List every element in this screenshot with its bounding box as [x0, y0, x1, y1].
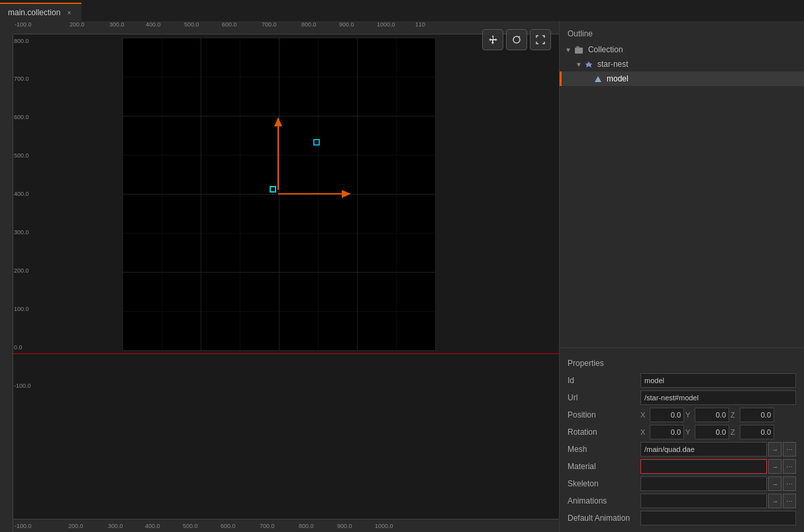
rotation-label: Rotation [568, 427, 640, 437]
ruler-left [0, 34, 13, 532]
y-ruler-300: 300.0 [14, 229, 29, 236]
ruler-top: -100.0 200.0 300.0 400.0 500.0 600.0 700… [13, 21, 559, 34]
animations-value: → ⋯ [640, 494, 796, 508]
animations-more-button[interactable]: ⋯ [783, 494, 796, 508]
ruler-x-label-2: 300.0 [109, 21, 125, 28]
x-axis-gizmo [272, 189, 351, 208]
animations-label: Animations [568, 496, 640, 506]
prop-row-position: Position X Y Z [560, 406, 804, 423]
mesh-input[interactable] [640, 442, 767, 457]
default-animation-input[interactable] [640, 511, 796, 525]
material-value: → ⋯ [640, 459, 796, 474]
material-navigate-button[interactable]: → [768, 459, 781, 474]
outline-tree: ▼ Collection ▼ [560, 42, 804, 86]
ruler-x-label-9: 1000.0 [377, 21, 395, 28]
default-animation-value [640, 511, 796, 525]
y-ruler-minus100: -100.0 [14, 382, 31, 389]
rot-y-label: Y [685, 428, 693, 436]
mesh-label: Mesh [568, 445, 640, 454]
material-input[interactable] [640, 459, 767, 474]
rotation-xyz: X Y Z [640, 425, 796, 439]
animations-input[interactable] [640, 494, 767, 508]
properties-section: Properties Id Url Position X [560, 351, 804, 532]
position-y-input[interactable] [695, 408, 729, 422]
skeleton-value: → ⋯ [640, 476, 796, 491]
animations-navigate-button[interactable]: → [768, 494, 781, 508]
outline-section: Outline ▼ Collection ▼ [560, 21, 804, 91]
viewport-toolbar [482, 29, 551, 50]
collection-icon [574, 45, 583, 54]
tree-item-collection[interactable]: ▼ Collection [560, 42, 804, 57]
main-layout: -100.0 200.0 300.0 400.0 500.0 600.0 700… [0, 21, 804, 532]
material-more-button[interactable]: ⋯ [783, 459, 796, 474]
mesh-value: → ⋯ [640, 442, 796, 457]
ruler-x-label-1: 200.0 [70, 21, 85, 28]
prop-row-material: Material → ⋯ [560, 458, 804, 475]
grid-area [123, 38, 436, 351]
skeleton-more-button[interactable]: ⋯ [783, 476, 796, 491]
y-ruler-0: 0.0 [14, 344, 23, 351]
model-icon [594, 74, 602, 83]
position-x-input[interactable] [650, 408, 684, 422]
tab-label: main.collection [8, 8, 60, 17]
skeleton-label: Skeleton [568, 479, 640, 488]
viewport-area[interactable]: -100.0 200.0 300.0 400.0 500.0 600.0 700… [0, 21, 559, 532]
y-ruler-600: 600.0 [14, 114, 29, 120]
skeleton-input[interactable] [640, 476, 767, 491]
collection-label: Collection [588, 45, 623, 54]
tree-item-model[interactable]: model [560, 71, 804, 86]
ruler-x-label-7: 800.0 [301, 21, 317, 28]
position-xyz: X Y Z [640, 408, 796, 422]
rotation-z-input[interactable] [740, 425, 774, 439]
ruler-x-label-0: -100.0 [15, 21, 32, 28]
svg-marker-10 [595, 76, 601, 82]
right-panel: Outline ▼ Collection ▼ [559, 21, 804, 532]
ruler-x-label-6: 700.0 [262, 21, 277, 28]
tab-bar: main.collection × [0, 0, 804, 21]
material-label: Material [568, 462, 640, 471]
ruler-x-label-4: 500.0 [184, 21, 199, 28]
prop-row-skeleton: Skeleton → ⋯ [560, 475, 804, 492]
move-tool-button[interactable] [482, 29, 503, 50]
id-input[interactable] [640, 373, 796, 388]
rotate-tool-button[interactable] [506, 29, 527, 50]
prop-row-animations: Animations → ⋯ [560, 492, 804, 510]
canvas-viewport[interactable]: 800.0 700.0 600.0 500.0 400.0 300.0 200.… [13, 34, 559, 532]
star-nest-icon [585, 60, 593, 68]
svg-marker-6 [342, 190, 351, 198]
default-animation-label: Default Animation [568, 513, 640, 523]
svg-marker-9 [585, 62, 592, 67]
xy-handle[interactable] [313, 139, 320, 146]
model-label: model [607, 74, 628, 83]
origin-handle[interactable] [270, 186, 276, 193]
y-ruler-100: 100.0 [14, 306, 29, 312]
collection-arrow: ▼ [565, 46, 572, 54]
svg-rect-8 [576, 46, 579, 48]
ruler-x-label-10: 110 [415, 21, 425, 28]
position-label: Position [568, 410, 640, 420]
mesh-more-button[interactable]: ⋯ [783, 442, 796, 457]
svg-rect-7 [575, 48, 583, 54]
url-input[interactable] [640, 390, 796, 405]
url-value [640, 390, 796, 405]
skeleton-navigate-button[interactable]: → [768, 476, 781, 491]
y-ruler-200: 200.0 [14, 267, 29, 274]
tree-item-star-nest[interactable]: ▼ star-nest [560, 57, 804, 71]
rotation-y-input[interactable] [695, 425, 729, 439]
position-z-input[interactable] [740, 408, 774, 422]
prop-row-id: Id [560, 372, 804, 389]
ruler-x-label-3: 400.0 [146, 21, 161, 28]
fullscreen-button[interactable] [530, 29, 551, 50]
ruler-x-label-8: 900.0 [339, 21, 354, 28]
star-nest-arrow: ▼ [576, 61, 582, 68]
rotation-x-input[interactable] [650, 425, 684, 439]
properties-title: Properties [560, 356, 804, 372]
canvas-wrapper[interactable]: -100.0 200.0 300.0 400.0 500.0 600.0 700… [0, 21, 559, 532]
mesh-navigate-button[interactable]: → [768, 442, 781, 457]
prop-row-url: Url [560, 389, 804, 406]
tab-close-button[interactable]: × [64, 8, 74, 17]
y-axis-gizmo [265, 117, 291, 197]
main-collection-tab[interactable]: main.collection × [0, 3, 81, 21]
prop-row-default-animation: Default Animation [560, 510, 804, 527]
panel-separator [560, 347, 804, 348]
